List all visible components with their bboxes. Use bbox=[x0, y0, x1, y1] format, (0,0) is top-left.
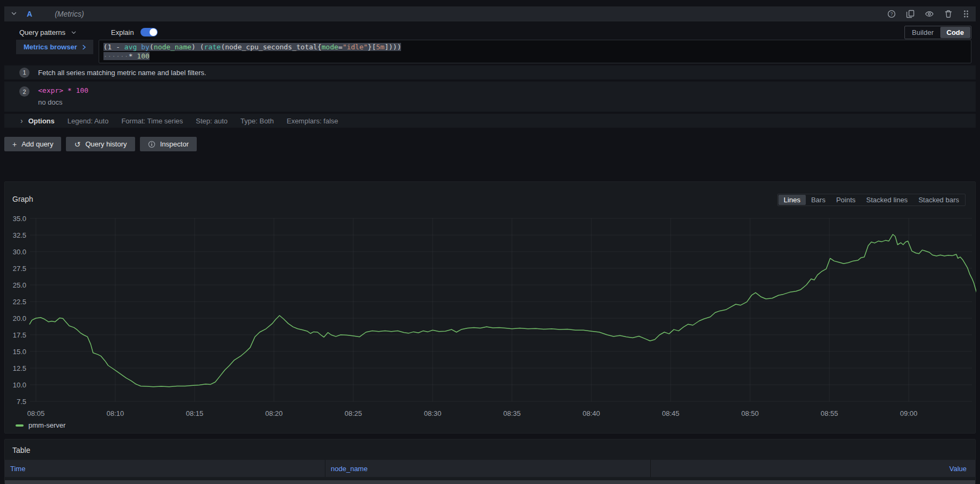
graph-view-mode-switch: Lines Bars Points Stacked lines Stacked … bbox=[777, 194, 966, 206]
add-query-label: Add query bbox=[21, 140, 53, 148]
svg-text:08:40: 08:40 bbox=[583, 409, 600, 417]
svg-text:17.5: 17.5 bbox=[13, 331, 26, 339]
graph-panel: 7.510.012.515.017.520.022.525.027.530.03… bbox=[4, 181, 976, 434]
query-ref-id[interactable]: A bbox=[27, 10, 32, 18]
options-format: Format: Time series bbox=[121, 117, 183, 125]
options-step: Step: auto bbox=[196, 117, 227, 125]
step-expression: <expr> * 100 bbox=[38, 86, 88, 94]
info-icon bbox=[148, 141, 155, 148]
plus-icon: + bbox=[12, 141, 17, 148]
svg-text:08:15: 08:15 bbox=[186, 409, 204, 417]
graph-canvas[interactable]: 7.510.012.515.017.520.022.525.027.530.03… bbox=[5, 182, 976, 434]
options-row[interactable]: › Options Legend: Auto Format: Time seri… bbox=[4, 114, 976, 128]
column-header-time[interactable]: Time bbox=[5, 460, 325, 477]
options-exemplars: Exemplars: false bbox=[287, 117, 338, 125]
step-badge: 1 bbox=[19, 68, 29, 78]
promql-code-input[interactable]: (1 - avg by(node_name) (rate(node_cpu_se… bbox=[99, 40, 971, 63]
history-icon: ↺ bbox=[74, 141, 80, 148]
metrics-browser-button[interactable]: Metrics browser bbox=[16, 40, 93, 54]
svg-text:32.5: 32.5 bbox=[13, 231, 26, 239]
query-patterns-dropdown[interactable]: Query patterns bbox=[19, 28, 77, 36]
view-mode-bars[interactable]: Bars bbox=[806, 195, 831, 205]
svg-text:15.0: 15.0 bbox=[13, 348, 26, 356]
svg-text:08:05: 08:05 bbox=[27, 409, 45, 417]
svg-text:25.0: 25.0 bbox=[13, 281, 26, 289]
legend-swatch bbox=[16, 424, 24, 427]
query-patterns-label: Query patterns bbox=[19, 28, 65, 36]
svg-text:35.0: 35.0 bbox=[13, 215, 26, 223]
svg-text:?: ? bbox=[890, 11, 893, 17]
query-row-header[interactable]: A (Metrics) ? bbox=[4, 6, 976, 21]
table-panel-title: Table bbox=[12, 446, 30, 454]
chevron-right-icon[interactable]: › bbox=[20, 116, 23, 125]
step-docs: no docs bbox=[38, 98, 88, 106]
editor-mode-switch: Builder Code bbox=[904, 26, 971, 39]
explain-label: Explain bbox=[111, 28, 134, 36]
column-header-value[interactable]: Value bbox=[651, 460, 975, 477]
svg-text:12.5: 12.5 bbox=[13, 364, 26, 372]
chevron-down-icon bbox=[71, 30, 77, 35]
view-mode-lines[interactable]: Lines bbox=[778, 195, 806, 205]
svg-text:08:50: 08:50 bbox=[741, 409, 759, 417]
query-history-label: Query history bbox=[85, 140, 127, 148]
toggle-knob bbox=[150, 28, 157, 36]
datasource-hint: (Metrics) bbox=[55, 10, 84, 18]
inspector-button[interactable]: Inspector bbox=[140, 137, 197, 151]
svg-text:09:00: 09:00 bbox=[900, 409, 918, 417]
trash-icon[interactable] bbox=[944, 10, 953, 18]
table-partial-row bbox=[5, 480, 975, 484]
explain-step-2: 2 <expr> * 100 no docs bbox=[4, 82, 976, 112]
svg-text:20.0: 20.0 bbox=[13, 314, 26, 322]
query-toolbar: Query patterns Explain Builder Code bbox=[4, 25, 976, 40]
chevron-right-icon bbox=[81, 45, 87, 50]
copy-icon[interactable] bbox=[906, 10, 915, 18]
column-header-node-name[interactable]: node_name bbox=[325, 460, 651, 477]
svg-text:08:55: 08:55 bbox=[821, 409, 838, 417]
query-actions: + Add query ↺ Query history Inspector bbox=[4, 137, 197, 151]
legend-series-name: pmm-server bbox=[28, 421, 65, 429]
collapse-query-chevron-icon[interactable] bbox=[11, 10, 17, 18]
svg-text:30.0: 30.0 bbox=[13, 248, 26, 256]
options-legend: Legend: Auto bbox=[68, 117, 109, 125]
eye-icon[interactable] bbox=[925, 10, 934, 18]
query-editor-row: Metrics browser (1 - avg by(node_name) (… bbox=[16, 40, 971, 63]
inspector-label: Inspector bbox=[160, 140, 189, 148]
svg-text:08:30: 08:30 bbox=[424, 409, 442, 417]
svg-text:08:10: 08:10 bbox=[107, 409, 124, 417]
svg-text:08:25: 08:25 bbox=[345, 409, 362, 417]
table-header-row: Time node_name Value bbox=[5, 460, 975, 477]
options-type: Type: Both bbox=[241, 117, 274, 125]
svg-text:08:45: 08:45 bbox=[662, 409, 680, 417]
query-history-button[interactable]: ↺ Query history bbox=[66, 137, 135, 151]
metrics-browser-label: Metrics browser bbox=[24, 43, 77, 51]
view-mode-stacked-lines[interactable]: Stacked lines bbox=[861, 195, 913, 205]
svg-text:10.0: 10.0 bbox=[13, 381, 26, 389]
drag-handle-icon[interactable] bbox=[963, 10, 969, 18]
add-query-button[interactable]: + Add query bbox=[4, 137, 61, 151]
svg-text:22.5: 22.5 bbox=[13, 298, 26, 306]
code-mode-button[interactable]: Code bbox=[940, 27, 971, 38]
graph-panel-title: Graph bbox=[12, 195, 33, 203]
explain-toggle[interactable] bbox=[140, 28, 158, 36]
legend-item[interactable]: pmm-server bbox=[16, 421, 65, 429]
svg-text:7.5: 7.5 bbox=[17, 398, 26, 406]
options-label[interactable]: Options bbox=[28, 117, 55, 125]
svg-text:08:20: 08:20 bbox=[265, 409, 283, 417]
table-panel: Table Time node_name Value bbox=[4, 439, 976, 484]
svg-text:27.5: 27.5 bbox=[13, 265, 26, 273]
explain-step-1: 1 Fetch all series matching metric name … bbox=[4, 65, 976, 79]
view-mode-points[interactable]: Points bbox=[831, 195, 861, 205]
step-badge: 2 bbox=[19, 86, 29, 97]
help-icon[interactable]: ? bbox=[887, 10, 896, 18]
svg-text:08:35: 08:35 bbox=[503, 409, 521, 417]
step-description: Fetch all series matching metric name an… bbox=[38, 69, 206, 77]
view-mode-stacked-bars[interactable]: Stacked bars bbox=[913, 195, 964, 205]
builder-mode-button[interactable]: Builder bbox=[905, 27, 940, 38]
